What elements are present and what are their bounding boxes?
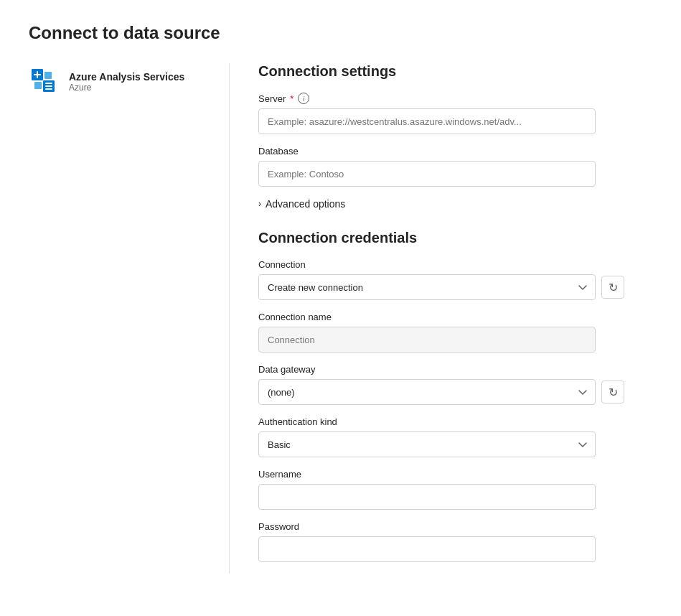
data-gateway-dropdown-wrapper: (none) ↻ [258, 379, 652, 405]
username-label-group: Username [258, 469, 652, 480]
svg-rect-2 [34, 82, 42, 89]
connection-credentials-title: Connection credentials [258, 230, 652, 246]
advanced-options-toggle[interactable]: › Advanced options [258, 198, 652, 210]
connection-refresh-button[interactable]: ↻ [601, 276, 624, 299]
svg-rect-5 [34, 74, 41, 75]
data-gateway-dropdown-value: (none) [268, 387, 295, 398]
connection-label-group: Connection [258, 259, 652, 270]
username-input[interactable] [258, 484, 596, 510]
auth-kind-label-group: Authentication kind [258, 416, 652, 427]
data-gateway-dropdown-trigger[interactable]: (none) [258, 379, 596, 405]
data-gateway-group: Data gateway (none) [258, 364, 652, 405]
connection-dropdown-trigger[interactable]: Create new connection [258, 274, 596, 300]
password-label: Password [258, 521, 299, 532]
server-label: Server [258, 93, 286, 104]
connection-name-label: Connection name [258, 312, 332, 322]
password-group: Password [258, 521, 652, 562]
data-gateway-refresh-button[interactable]: ↻ [601, 381, 624, 403]
data-gateway-label: Data gateway [258, 364, 316, 375]
connection-dropdown-wrapper: Create new connection ↻ [258, 274, 652, 300]
service-info: Azure Analysis Services Azure [69, 71, 184, 93]
auth-kind-dropdown-trigger[interactable]: Basic [258, 431, 596, 457]
server-input[interactable] [258, 108, 596, 134]
advanced-options-label: Advanced options [266, 198, 345, 210]
connection-name-label-group: Connection name [258, 312, 652, 322]
username-label: Username [258, 469, 301, 480]
password-input[interactable] [258, 536, 596, 562]
chevron-right-icon: › [258, 199, 261, 209]
svg-rect-8 [45, 88, 52, 90]
server-info-icon[interactable]: i [298, 93, 309, 104]
azure-analysis-services-icon [32, 69, 60, 95]
connection-dropdown-value: Create new connection [268, 282, 363, 293]
svg-rect-1 [44, 72, 52, 79]
page-title: Connect to data source [29, 23, 652, 43]
database-label-group: Database [258, 146, 652, 157]
auth-kind-label: Authentication kind [258, 416, 337, 427]
auth-kind-group: Authentication kind Basic [258, 416, 652, 457]
server-required: * [290, 93, 293, 104]
username-group: Username [258, 469, 652, 510]
password-label-group: Password [258, 521, 652, 532]
service-subtitle: Azure [69, 83, 184, 93]
connection-name-group: Connection name [258, 312, 652, 353]
data-gateway-refresh-icon: ↻ [609, 386, 618, 399]
connection-label: Connection [258, 259, 306, 270]
auth-kind-dropdown-value: Basic [268, 439, 291, 450]
svg-rect-6 [45, 83, 52, 84]
right-panel: Connection settings Server * i Database [230, 63, 652, 574]
server-group: Server * i [258, 93, 652, 134]
database-group: Database [258, 146, 652, 187]
svg-rect-7 [45, 85, 52, 87]
connection-name-input[interactable] [258, 327, 596, 353]
content-layout: Azure Analysis Services Azure Connection… [29, 63, 652, 574]
left-panel: Azure Analysis Services Azure [29, 63, 230, 574]
connection-dropdown[interactable]: Create new connection [258, 274, 596, 300]
page-container: Connect to data source [0, 0, 681, 616]
connection-chevron-icon [578, 282, 587, 293]
refresh-icon: ↻ [609, 281, 618, 294]
data-gateway-chevron-icon [578, 387, 587, 398]
connection-group: Connection Create new connection [258, 259, 652, 300]
auth-kind-chevron-icon [578, 439, 587, 450]
service-name: Azure Analysis Services [69, 71, 184, 83]
service-item: Azure Analysis Services Azure [29, 63, 206, 101]
auth-kind-dropdown[interactable]: Basic [258, 431, 596, 457]
data-gateway-label-group: Data gateway [258, 364, 652, 375]
data-gateway-dropdown[interactable]: (none) [258, 379, 596, 405]
server-label-group: Server * i [258, 93, 652, 104]
database-label: Database [258, 146, 299, 157]
database-input[interactable] [258, 161, 596, 187]
connection-settings-title: Connection settings [258, 63, 652, 80]
